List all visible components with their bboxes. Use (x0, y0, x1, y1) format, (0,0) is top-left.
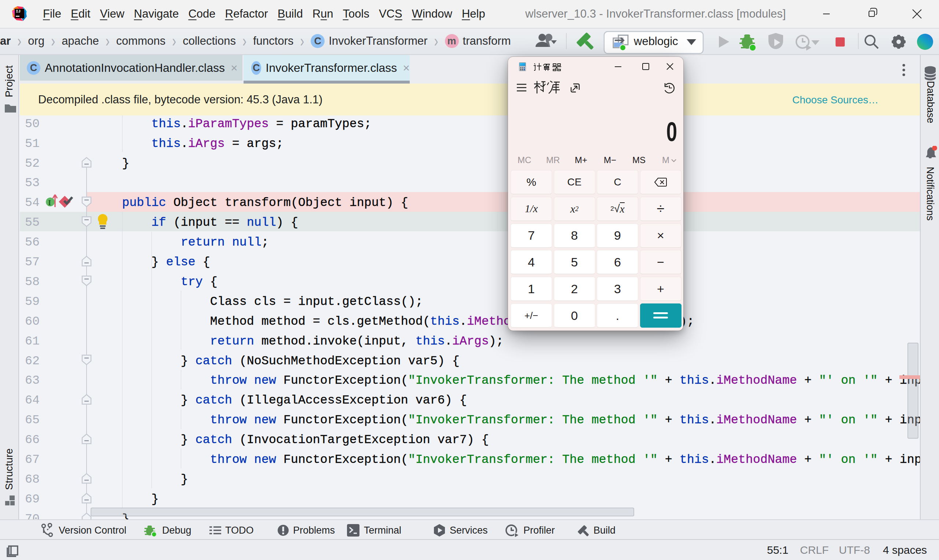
svg-text:IJ: IJ (16, 9, 20, 14)
svg-text:weblogic: weblogic (634, 35, 678, 48)
